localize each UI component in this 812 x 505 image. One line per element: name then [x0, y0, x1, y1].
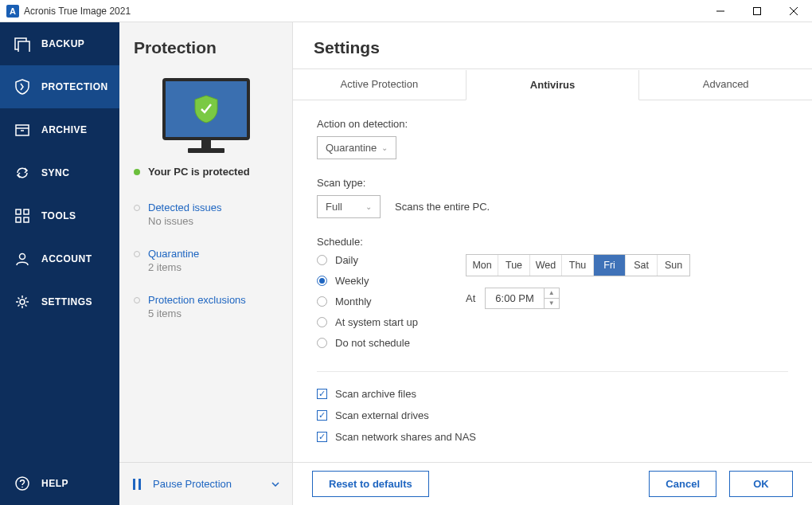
svg-rect-18: [139, 479, 141, 490]
svg-point-15: [16, 477, 29, 490]
at-label: At: [466, 292, 475, 304]
radio-label: Monthly: [335, 296, 372, 307]
check-scan-external-drives[interactable]: ✓Scan external drives: [317, 409, 788, 421]
day-fri[interactable]: Fri: [594, 255, 626, 276]
radio-label: Daily: [335, 254, 358, 266]
tab-active-protection[interactable]: Active Protection: [293, 69, 466, 100]
svg-rect-12: [24, 217, 29, 222]
day-mon[interactable]: Mon: [467, 255, 498, 276]
spinner-up[interactable]: ▲: [545, 288, 559, 299]
check-scan-archive-files[interactable]: ✓Scan archive files: [317, 388, 788, 400]
sync-icon: [14, 165, 30, 181]
exclusions-sub: 5 items: [148, 307, 278, 319]
exclusions-link[interactable]: Protection exclusions: [148, 294, 246, 306]
time-input[interactable]: 6:00 PM ▲ ▼: [485, 288, 559, 309]
schedule-option-weekly[interactable]: Weekly: [317, 275, 418, 287]
radio-label: Weekly: [335, 275, 369, 287]
radio-label: Do not schedule: [335, 337, 410, 349]
sidebar-item-help[interactable]: HELP: [0, 462, 119, 505]
day-tue[interactable]: Tue: [498, 255, 530, 276]
protection-title: Protection: [119, 22, 292, 72]
sidebar-item-backup[interactable]: BACKUP: [0, 22, 119, 65]
svg-rect-9: [16, 209, 21, 214]
quarantine-block[interactable]: Quarantine 2 items: [119, 240, 292, 286]
protection-illustration: [119, 72, 292, 158]
day-wed[interactable]: Wed: [530, 255, 562, 276]
svg-rect-17: [133, 479, 135, 490]
archive-icon: [14, 122, 30, 138]
schedule-option-daily[interactable]: Daily: [317, 254, 418, 266]
window-controls: [702, 0, 812, 22]
exclusions-block[interactable]: Protection exclusions 5 items: [119, 286, 292, 332]
protection-status: Your PC is protected: [119, 158, 292, 194]
check-label: Scan network shares and NAS: [335, 431, 476, 443]
app-icon: A: [6, 5, 19, 18]
radio-icon: [317, 255, 327, 265]
shield-icon: [193, 95, 219, 123]
check-label: Scan archive files: [335, 388, 416, 400]
action-on-detection-select[interactable]: Quarantine ⌄: [317, 136, 396, 159]
status-text: Your PC is protected: [148, 166, 250, 178]
settings-tabs: Active Protection Antivirus Advanced: [293, 69, 812, 100]
radio-icon: [317, 338, 327, 348]
schedule-option-do-not-schedule[interactable]: Do not schedule: [317, 337, 418, 349]
bullet-icon: [134, 297, 140, 303]
scan-type-label: Scan type:: [317, 177, 788, 189]
reset-to-defaults-button[interactable]: Reset to defaults: [312, 471, 429, 497]
scan-type-desc: Scans the entire PC.: [395, 201, 490, 213]
maximize-button[interactable]: [739, 0, 775, 22]
schedule-radio-group: DailyWeeklyMonthlyAt system start upDo n…: [317, 254, 418, 349]
close-button[interactable]: [775, 0, 812, 22]
scan-type-select[interactable]: Full ⌄: [317, 195, 381, 218]
tab-antivirus[interactable]: Antivirus: [466, 70, 640, 100]
sidebar-item-protection[interactable]: PROTECTION: [0, 65, 119, 108]
spinner-down[interactable]: ▼: [545, 299, 559, 308]
svg-point-13: [20, 254, 25, 260]
detected-issues-block[interactable]: Detected issues No issues: [119, 194, 292, 240]
tab-advanced[interactable]: Advanced: [639, 69, 812, 100]
quarantine-link[interactable]: Quarantine: [148, 248, 199, 260]
svg-rect-1: [754, 7, 761, 14]
backup-icon: [14, 36, 30, 52]
sidebar-label: HELP: [41, 478, 68, 489]
sidebar-item-account[interactable]: ACCOUNT: [0, 237, 119, 280]
sidebar-item-settings[interactable]: SETTINGS: [0, 280, 119, 323]
scan-type-value: Full: [326, 201, 342, 213]
chevron-down-icon: ⌄: [381, 143, 388, 152]
day-thu[interactable]: Thu: [562, 255, 594, 276]
check-scan-network-shares-and-nas[interactable]: ✓Scan network shares and NAS: [317, 431, 788, 443]
cancel-button[interactable]: Cancel: [649, 471, 716, 497]
action-on-detection-label: Action on detection:: [317, 118, 788, 130]
detected-issues-sub: No issues: [148, 215, 278, 227]
chevron-down-icon: ⌄: [365, 202, 372, 211]
day-sun[interactable]: Sun: [658, 255, 689, 276]
close-icon: [790, 7, 798, 15]
schedule-option-monthly[interactable]: Monthly: [317, 296, 418, 307]
action-on-detection-value: Quarantine: [326, 142, 377, 154]
detected-issues-link[interactable]: Detected issues: [148, 202, 222, 213]
sidebar-label: PROTECTION: [41, 81, 108, 92]
sidebar-item-archive[interactable]: ARCHIVE: [0, 108, 119, 151]
minimize-icon: [716, 7, 724, 15]
bullet-icon: [134, 251, 140, 257]
radio-icon: [317, 296, 327, 307]
divider: [317, 371, 788, 372]
schedule-option-at-system-start-up[interactable]: At system start up: [317, 316, 418, 328]
minimize-button[interactable]: [702, 0, 739, 22]
day-sat[interactable]: Sat: [626, 255, 658, 276]
ok-button[interactable]: OK: [729, 471, 793, 497]
svg-point-14: [20, 299, 25, 304]
pause-protection-button[interactable]: Pause Protection: [119, 462, 292, 505]
sidebar-label: TOOLS: [41, 210, 76, 221]
pause-label: Pause Protection: [153, 478, 232, 490]
help-icon: [14, 476, 30, 491]
protection-column: Protection Your PC is protected Detected…: [119, 22, 293, 505]
bullet-icon: [134, 205, 140, 211]
scan-options: ✓Scan archive files✓Scan external drives…: [317, 388, 788, 443]
sidebar-item-sync[interactable]: SYNC: [0, 151, 119, 194]
sidebar-item-tools[interactable]: TOOLS: [0, 194, 119, 237]
sidebar-label: SYNC: [41, 167, 69, 178]
radio-icon: [317, 317, 327, 327]
svg-point-16: [21, 487, 23, 488]
tools-icon: [14, 208, 30, 224]
